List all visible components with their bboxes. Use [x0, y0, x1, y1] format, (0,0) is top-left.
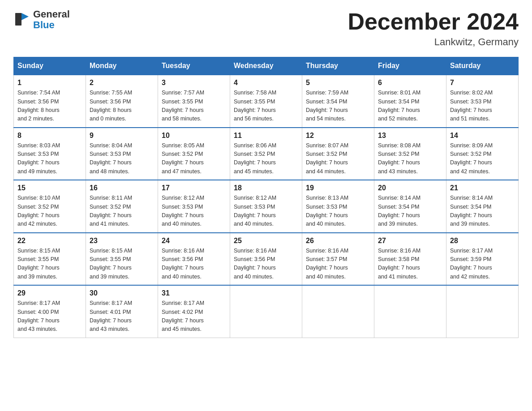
day-info: Sunrise: 8:13 AMSunset: 3:53 PMDaylight:… [306, 194, 370, 229]
calendar-week-2: 8Sunrise: 8:03 AMSunset: 3:53 PMDaylight… [14, 128, 519, 180]
calendar-week-5: 29Sunrise: 8:17 AMSunset: 4:00 PMDayligh… [14, 285, 519, 338]
day-info: Sunrise: 8:12 AMSunset: 3:53 PMDaylight:… [234, 194, 298, 229]
svg-rect-0 [15, 13, 21, 26]
page-header: General Blue December 2024 Lankwitz, Ger… [13, 9, 519, 48]
location-text: Lankwitz, Germany [348, 36, 519, 48]
calendar-cell: 21Sunrise: 8:14 AMSunset: 3:54 PMDayligh… [446, 180, 519, 233]
calendar-cell: 12Sunrise: 8:07 AMSunset: 3:52 PMDayligh… [302, 128, 374, 180]
calendar-cell: 8Sunrise: 8:03 AMSunset: 3:53 PMDaylight… [14, 128, 86, 180]
day-info: Sunrise: 8:06 AMSunset: 3:52 PMDaylight:… [234, 141, 298, 176]
calendar-cell: 20Sunrise: 8:14 AMSunset: 3:54 PMDayligh… [374, 180, 446, 233]
calendar-cell: 1Sunrise: 7:54 AMSunset: 3:56 PMDaylight… [14, 75, 86, 128]
calendar-week-4: 22Sunrise: 8:15 AMSunset: 3:55 PMDayligh… [14, 233, 519, 286]
calendar-cell: 23Sunrise: 8:15 AMSunset: 3:55 PMDayligh… [86, 233, 158, 286]
calendar-cell [374, 285, 446, 338]
day-info: Sunrise: 8:03 AMSunset: 3:53 PMDaylight:… [17, 141, 82, 176]
day-number: 26 [306, 237, 370, 245]
day-number: 17 [162, 184, 226, 192]
calendar-cell: 29Sunrise: 8:17 AMSunset: 4:00 PMDayligh… [14, 285, 86, 338]
day-number: 6 [378, 79, 442, 87]
logo-icon [13, 10, 32, 29]
day-number: 13 [378, 132, 442, 140]
svg-marker-1 [21, 13, 29, 20]
day-info: Sunrise: 8:17 AMSunset: 3:59 PMDaylight:… [450, 247, 515, 282]
day-info: Sunrise: 7:59 AMSunset: 3:54 PMDaylight:… [306, 89, 370, 124]
calendar-cell: 10Sunrise: 8:05 AMSunset: 3:52 PMDayligh… [158, 128, 230, 180]
day-number: 28 [450, 237, 515, 245]
day-info: Sunrise: 8:01 AMSunset: 3:54 PMDaylight:… [378, 89, 442, 124]
calendar-cell: 9Sunrise: 8:04 AMSunset: 3:53 PMDaylight… [86, 128, 158, 180]
month-title: December 2024 [348, 9, 519, 34]
day-info: Sunrise: 7:57 AMSunset: 3:55 PMDaylight:… [162, 89, 226, 124]
header-saturday: Saturday [446, 57, 519, 75]
calendar-table: Sunday Monday Tuesday Wednesday Thursday… [13, 57, 519, 338]
day-info: Sunrise: 8:10 AMSunset: 3:52 PMDaylight:… [17, 194, 82, 229]
calendar-cell [446, 285, 519, 338]
day-info: Sunrise: 8:08 AMSunset: 3:52 PMDaylight:… [378, 141, 442, 176]
calendar-cell: 4Sunrise: 7:58 AMSunset: 3:55 PMDaylight… [230, 75, 302, 128]
calendar-cell: 7Sunrise: 8:02 AMSunset: 3:53 PMDaylight… [446, 75, 519, 128]
day-number: 5 [306, 79, 370, 87]
day-info: Sunrise: 8:12 AMSunset: 3:53 PMDaylight:… [162, 194, 226, 229]
day-info: Sunrise: 8:16 AMSunset: 3:56 PMDaylight:… [234, 247, 298, 282]
day-info: Sunrise: 8:14 AMSunset: 3:54 PMDaylight:… [378, 194, 442, 229]
calendar-cell: 25Sunrise: 8:16 AMSunset: 3:56 PMDayligh… [230, 233, 302, 286]
header-sunday: Sunday [14, 57, 86, 75]
day-info: Sunrise: 7:58 AMSunset: 3:55 PMDaylight:… [234, 89, 298, 124]
day-info: Sunrise: 8:17 AMSunset: 4:02 PMDaylight:… [162, 299, 226, 334]
calendar-cell: 15Sunrise: 8:10 AMSunset: 3:52 PMDayligh… [14, 180, 86, 233]
header-friday: Friday [374, 57, 446, 75]
day-info: Sunrise: 7:55 AMSunset: 3:56 PMDaylight:… [90, 89, 154, 124]
header-thursday: Thursday [302, 57, 374, 75]
calendar-cell [302, 285, 374, 338]
logo-blue-text: Blue [33, 20, 70, 30]
calendar-cell: 14Sunrise: 8:09 AMSunset: 3:52 PMDayligh… [446, 128, 519, 180]
calendar-cell [230, 285, 302, 338]
day-number: 1 [17, 79, 82, 87]
day-info: Sunrise: 8:15 AMSunset: 3:55 PMDaylight:… [90, 247, 154, 282]
day-number: 8 [17, 132, 82, 140]
calendar-body: 1Sunrise: 7:54 AMSunset: 3:56 PMDaylight… [14, 75, 519, 338]
logo-general-text: General [33, 9, 70, 20]
day-number: 23 [90, 237, 154, 245]
calendar-week-1: 1Sunrise: 7:54 AMSunset: 3:56 PMDaylight… [14, 75, 519, 128]
calendar-cell: 26Sunrise: 8:16 AMSunset: 3:57 PMDayligh… [302, 233, 374, 286]
calendar-cell: 28Sunrise: 8:17 AMSunset: 3:59 PMDayligh… [446, 233, 519, 286]
day-number: 19 [306, 184, 370, 192]
day-number: 2 [90, 79, 154, 87]
day-number: 7 [450, 79, 515, 87]
day-number: 31 [162, 289, 226, 297]
calendar-cell: 6Sunrise: 8:01 AMSunset: 3:54 PMDaylight… [374, 75, 446, 128]
day-info: Sunrise: 8:16 AMSunset: 3:56 PMDaylight:… [162, 247, 226, 282]
header-wednesday: Wednesday [230, 57, 302, 75]
header-row: Sunday Monday Tuesday Wednesday Thursday… [14, 57, 519, 75]
day-number: 4 [234, 79, 298, 87]
day-number: 27 [378, 237, 442, 245]
day-info: Sunrise: 8:16 AMSunset: 3:58 PMDaylight:… [378, 247, 442, 282]
day-info: Sunrise: 8:17 AMSunset: 4:01 PMDaylight:… [90, 299, 154, 334]
day-number: 16 [90, 184, 154, 192]
day-number: 12 [306, 132, 370, 140]
calendar-cell: 2Sunrise: 7:55 AMSunset: 3:56 PMDaylight… [86, 75, 158, 128]
day-info: Sunrise: 7:54 AMSunset: 3:56 PMDaylight:… [17, 89, 82, 124]
day-info: Sunrise: 8:02 AMSunset: 3:53 PMDaylight:… [450, 89, 515, 124]
calendar-cell: 17Sunrise: 8:12 AMSunset: 3:53 PMDayligh… [158, 180, 230, 233]
calendar-cell: 19Sunrise: 8:13 AMSunset: 3:53 PMDayligh… [302, 180, 374, 233]
logo: General Blue [13, 9, 70, 30]
day-info: Sunrise: 8:07 AMSunset: 3:52 PMDaylight:… [306, 141, 370, 176]
day-number: 22 [17, 237, 82, 245]
day-info: Sunrise: 8:15 AMSunset: 3:55 PMDaylight:… [17, 247, 82, 282]
title-area: December 2024 Lankwitz, Germany [348, 9, 519, 48]
day-number: 15 [17, 184, 82, 192]
day-info: Sunrise: 8:09 AMSunset: 3:52 PMDaylight:… [450, 141, 515, 176]
day-number: 20 [378, 184, 442, 192]
day-number: 18 [234, 184, 298, 192]
header-monday: Monday [86, 57, 158, 75]
calendar-cell: 30Sunrise: 8:17 AMSunset: 4:01 PMDayligh… [86, 285, 158, 338]
day-number: 21 [450, 184, 515, 192]
calendar-cell: 5Sunrise: 7:59 AMSunset: 3:54 PMDaylight… [302, 75, 374, 128]
day-info: Sunrise: 8:04 AMSunset: 3:53 PMDaylight:… [90, 141, 154, 176]
calendar-cell: 18Sunrise: 8:12 AMSunset: 3:53 PMDayligh… [230, 180, 302, 233]
day-info: Sunrise: 8:11 AMSunset: 3:52 PMDaylight:… [90, 194, 154, 229]
calendar-cell: 16Sunrise: 8:11 AMSunset: 3:52 PMDayligh… [86, 180, 158, 233]
